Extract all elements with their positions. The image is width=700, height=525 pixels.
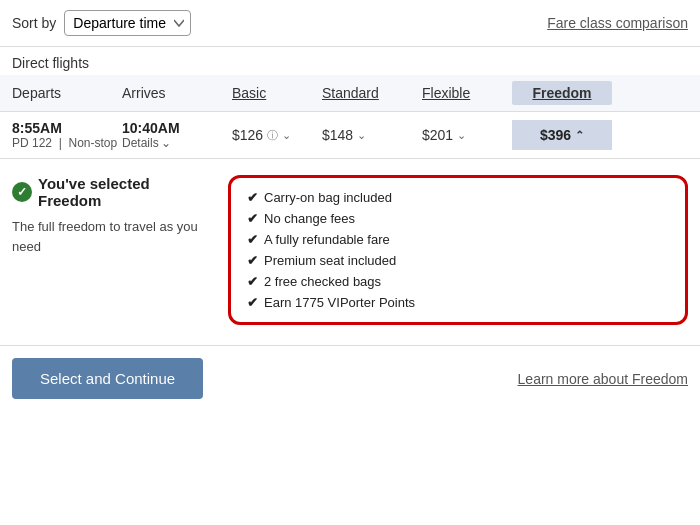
selected-title: ✓ You've selected Freedom — [12, 175, 212, 209]
checkmark-icon-0: ✔ — [247, 190, 258, 205]
green-check-circle-icon: ✓ — [12, 182, 32, 202]
col-arrives: Arrives — [122, 85, 232, 101]
features-box: ✔ Carry-on bag included ✔ No change fees… — [228, 175, 688, 325]
feature-item-3: ✔ Premium seat included — [247, 253, 669, 268]
top-bar: Sort by Departure timeArrival timeDurati… — [0, 0, 700, 47]
checkmark-icon-1: ✔ — [247, 211, 258, 226]
standard-fare-cell[interactable]: $148 ⌄ — [322, 127, 422, 143]
selected-info: ✓ You've selected Freedom The full freed… — [12, 175, 212, 325]
fare-compare-link[interactable]: Fare class comparison — [547, 15, 688, 31]
standard-chevron-icon: ⌄ — [357, 129, 366, 142]
feature-item-5: ✔ Earn 1775 VIPorter Points — [247, 295, 669, 310]
basic-chevron-icon: ⌄ — [282, 129, 291, 142]
arrive-time: 10:40AM — [122, 120, 232, 136]
col-standard[interactable]: Standard — [322, 85, 422, 101]
flexible-chevron-icon: ⌄ — [457, 129, 466, 142]
feature-text-3: Premium seat included — [264, 253, 396, 268]
flight-row: 8:55AM PD 122 | Non-stop 10:40AM Details… — [0, 112, 700, 159]
select-continue-button[interactable]: Select and Continue — [12, 358, 203, 399]
checkmark-icon-2: ✔ — [247, 232, 258, 247]
depart-time: 8:55AM — [12, 120, 122, 136]
sort-area: Sort by Departure timeArrival timeDurati… — [12, 10, 191, 36]
checkmark-icon-3: ✔ — [247, 253, 258, 268]
col-departs: Departs — [12, 85, 122, 101]
depart-info: 8:55AM PD 122 | Non-stop — [12, 120, 122, 150]
selected-title-text: You've selected Freedom — [38, 175, 212, 209]
arrive-info: 10:40AM Details ⌄ — [122, 120, 232, 150]
feature-item-4: ✔ 2 free checked bags — [247, 274, 669, 289]
info-panel: ✓ You've selected Freedom The full freed… — [0, 159, 700, 341]
flexible-fare-cell[interactable]: $201 ⌄ — [422, 127, 512, 143]
feature-text-0: Carry-on bag included — [264, 190, 392, 205]
learn-more-link[interactable]: Learn more about Freedom — [518, 371, 688, 387]
checkmark-icon-5: ✔ — [247, 295, 258, 310]
flexible-price: $201 — [422, 127, 453, 143]
col-flexible[interactable]: Flexible — [422, 85, 512, 101]
col-freedom[interactable]: Freedom — [512, 81, 612, 105]
feature-text-4: 2 free checked bags — [264, 274, 381, 289]
col-basic[interactable]: Basic — [232, 85, 322, 101]
feature-item-0: ✔ Carry-on bag included — [247, 190, 669, 205]
selected-desc: The full freedom to travel as you need — [12, 217, 212, 256]
stop-info: Non-stop — [68, 136, 117, 150]
feature-item-2: ✔ A fully refundable fare — [247, 232, 669, 247]
column-headers: Departs Arrives Basic Standard Flexible … — [0, 75, 700, 112]
freedom-price: $396 — [540, 127, 571, 143]
basic-fare-cell[interactable]: $126 ⓘ ⌄ — [232, 127, 322, 143]
sort-select[interactable]: Departure timeArrival timeDurationPrice — [64, 10, 191, 36]
feature-item-1: ✔ No change fees — [247, 211, 669, 226]
freedom-chevron-icon: ⌃ — [575, 129, 584, 142]
feature-text-5: Earn 1775 VIPorter Points — [264, 295, 415, 310]
flight-num: PD 122 — [12, 136, 52, 150]
info-icon: ⓘ — [267, 128, 278, 143]
freedom-fare-cell[interactable]: $396 ⌃ — [512, 120, 612, 150]
sort-label: Sort by — [12, 15, 56, 31]
basic-price: $126 — [232, 127, 263, 143]
direct-flights-label: Direct flights — [0, 47, 700, 75]
feature-text-2: A fully refundable fare — [264, 232, 390, 247]
bottom-bar: Select and Continue Learn more about Fre… — [0, 345, 700, 411]
details-label: Details — [122, 136, 159, 150]
flight-num-stop: PD 122 | Non-stop — [12, 136, 122, 150]
details-link[interactable]: Details ⌄ — [122, 136, 232, 150]
checkmark-icon-4: ✔ — [247, 274, 258, 289]
feature-text-1: No change fees — [264, 211, 355, 226]
chevron-down-icon: ⌄ — [161, 136, 171, 150]
standard-price: $148 — [322, 127, 353, 143]
